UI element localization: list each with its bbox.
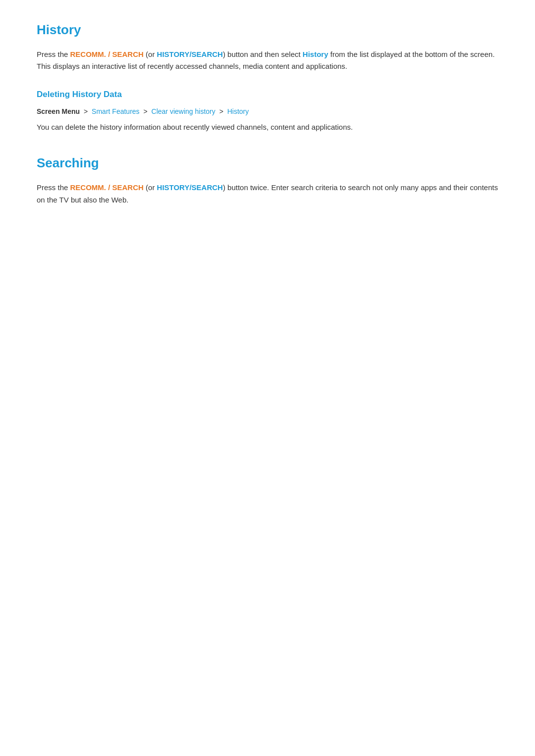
searching-body: Press the RECOMM. / SEARCH (or HISTORY/S… <box>37 182 498 206</box>
deleting-history-body: You can delete the history information a… <box>37 121 498 134</box>
searching-body-or: (or <box>144 183 157 192</box>
deleting-history-subsection: Deleting History Data Screen Menu > Smar… <box>37 88 498 133</box>
history-link: History <box>303 50 328 58</box>
breadcrumb: Screen Menu > Smart Features > Clear vie… <box>37 106 498 117</box>
breadcrumb-clear-viewing-history: Clear viewing history <box>152 107 215 115</box>
history-search-label: HISTORY/SEARCH <box>157 50 223 58</box>
history-body-prefix: Press the <box>37 50 70 58</box>
searching-title: Searching <box>37 153 498 174</box>
breadcrumb-separator-3: > <box>219 107 225 115</box>
history-body-suffix1: ) button and then select <box>223 50 303 58</box>
recomm-search-label: RECOMM. / SEARCH <box>70 50 144 58</box>
searching-history-search-label: HISTORY/SEARCH <box>157 183 223 192</box>
history-title: History <box>37 20 498 41</box>
history-body-or: (or <box>144 50 157 58</box>
breadcrumb-smart-features: Smart Features <box>92 107 139 115</box>
searching-section: Searching Press the RECOMM. / SEARCH (or… <box>37 153 498 206</box>
breadcrumb-separator-2: > <box>143 107 149 115</box>
breadcrumb-screen-menu: Screen Menu <box>37 107 80 115</box>
breadcrumb-history: History <box>227 107 249 115</box>
searching-body-prefix: Press the <box>37 183 70 192</box>
breadcrumb-separator-1: > <box>84 107 90 115</box>
history-body: Press the RECOMM. / SEARCH (or HISTORY/S… <box>37 49 498 73</box>
searching-recomm-search-label: RECOMM. / SEARCH <box>70 183 144 192</box>
deleting-history-title: Deleting History Data <box>37 88 498 101</box>
history-section: History Press the RECOMM. / SEARCH (or H… <box>37 20 498 133</box>
